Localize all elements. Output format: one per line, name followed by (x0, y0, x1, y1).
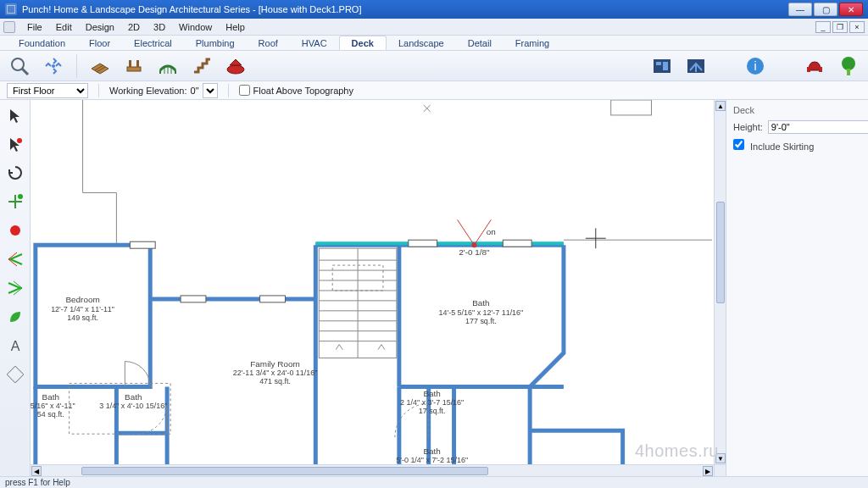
rotate-icon (7, 164, 24, 181)
select-tool[interactable] (3, 103, 27, 127)
window-close-button[interactable]: ✕ (839, 3, 863, 16)
working-elevation-dropdown[interactable] (203, 83, 218, 98)
svg-text:54 sq.ft.: 54 sq.ft. (37, 410, 64, 419)
dimension-left-tool[interactable] (3, 247, 27, 271)
window-minimize-button[interactable]: — (788, 3, 812, 16)
menu-2d[interactable]: 2D (121, 20, 147, 34)
scroll-left-button[interactable]: ◀ (31, 466, 42, 476)
options-bar: First Floor Working Elevation: 0" Float … (0, 81, 868, 100)
svg-text:471 sq.ft.: 471 sq.ft. (259, 377, 291, 385)
menu-window[interactable]: Window (172, 20, 219, 34)
select-add-tool[interactable] (3, 132, 27, 156)
menu-file[interactable]: File (20, 20, 49, 34)
menubar: File Edit Design 2D 3D Window Help _ ❐ × (0, 19, 868, 36)
tab-electrical[interactable]: Electrical (122, 36, 184, 50)
mdi-close-button[interactable]: × (849, 21, 865, 33)
svg-text:17 sq.ft.: 17 sq.ft. (419, 407, 446, 415)
vertical-scroll-thumb[interactable] (716, 202, 725, 303)
window-titlebar: Punch! Home & Landscape Design Architect… (0, 0, 868, 19)
svg-text:Bath: Bath (125, 392, 142, 402)
roof-deck-tool[interactable] (221, 53, 250, 79)
svg-point-13 (227, 65, 244, 74)
zoom-tool[interactable] (5, 53, 34, 79)
stairs-icon (191, 55, 213, 77)
scroll-right-button[interactable]: ▶ (703, 466, 713, 476)
float-topography-label: Float Above Topography (253, 86, 353, 96)
menu-edit[interactable]: Edit (49, 20, 79, 34)
tab-roof[interactable]: Roof (247, 36, 290, 50)
menu-design[interactable]: Design (79, 20, 121, 34)
green-arrows-right-icon (7, 280, 24, 297)
snap-guides-tool[interactable] (3, 190, 27, 214)
svg-rect-38 (181, 296, 206, 302)
deck-railing-tool[interactable] (153, 53, 182, 79)
svg-text:15/16" x 4'-11": 15/16" x 4'-11" (31, 402, 75, 410)
deck-stairs-tool[interactable] (187, 53, 216, 79)
horizontal-scroll-thumb[interactable] (81, 467, 488, 475)
deck-post-tool[interactable] (120, 53, 148, 79)
svg-rect-37 (130, 241, 155, 248)
armchair-icon (804, 55, 826, 77)
horizontal-scrollbar[interactable]: ◀ ▶ (31, 464, 714, 476)
iso-view-icon (685, 55, 707, 77)
main-toolbar: i (0, 51, 868, 81)
railing-icon (157, 55, 179, 77)
design-canvas[interactable]: on 2'-0 1/8" (31, 100, 714, 464)
skirting-label: Include Skirting (750, 141, 814, 152)
plant-bed-button[interactable] (800, 53, 829, 79)
info-button[interactable]: i (741, 53, 770, 79)
svg-rect-35 (409, 240, 437, 247)
tab-plumbing[interactable]: Plumbing (184, 36, 247, 50)
3d-view-toggle[interactable] (682, 53, 710, 79)
leaf-tool[interactable] (3, 305, 27, 329)
floorplan-svg: on 2'-0 1/8" (31, 100, 714, 464)
svg-text:177 sq.ft.: 177 sq.ft. (465, 317, 497, 325)
svg-rect-21 (819, 67, 822, 72)
float-topography-option[interactable]: Float Above Topography (239, 85, 353, 96)
tab-framing[interactable]: Framing (504, 36, 561, 50)
working-elevation-label: Working Elevation: (109, 86, 187, 96)
menu-help[interactable]: Help (219, 20, 252, 34)
svg-text:Bath: Bath (423, 389, 440, 398)
svg-text:3 1/4" x 4'-10 15/16": 3 1/4" x 4'-10 15/16" (99, 402, 167, 410)
height-input[interactable] (768, 120, 868, 134)
crosshair-green-icon (7, 193, 24, 210)
svg-text:Bath: Bath (423, 446, 440, 456)
window-maximize-button[interactable]: ▢ (814, 3, 837, 16)
rotate-tool[interactable] (3, 161, 27, 185)
vertical-scrollbar[interactable]: ▲ ▼ (714, 100, 726, 464)
tab-landscape[interactable]: Landscape (387, 36, 456, 50)
menu-3d[interactable]: 3D (147, 20, 172, 34)
float-topography-checkbox[interactable] (239, 85, 250, 96)
tab-foundation[interactable]: Foundation (7, 36, 77, 50)
measure-tool[interactable] (3, 363, 27, 386)
svg-text:on: on (487, 227, 496, 236)
skirting-option[interactable]: Include Skirting (733, 139, 814, 152)
svg-line-41 (458, 219, 475, 245)
skirting-checkbox[interactable] (733, 139, 744, 150)
tree-button[interactable] (834, 53, 863, 79)
record-tool[interactable] (3, 219, 27, 242)
mdi-restore-button[interactable]: ❐ (832, 21, 848, 33)
svg-text:2'-0 1/8": 2'-0 1/8" (459, 247, 490, 257)
green-arrows-left-icon (7, 251, 24, 268)
pan-tool[interactable] (39, 53, 68, 79)
2d-view-toggle[interactable] (648, 53, 676, 79)
tab-deck[interactable]: Deck (339, 36, 387, 50)
working-elevation-value: 0" (191, 86, 199, 96)
svg-rect-39 (260, 296, 286, 302)
scroll-down-button[interactable]: ▼ (715, 453, 726, 463)
dimension-right-tool[interactable] (3, 276, 27, 300)
text-tool[interactable]: A (3, 334, 27, 358)
scroll-up-button[interactable]: ▲ (715, 101, 726, 111)
plan-view-icon (651, 55, 673, 77)
floor-select[interactable]: First Floor (7, 83, 88, 98)
tab-floor[interactable]: Floor (77, 36, 122, 50)
deck-tool[interactable] (86, 53, 114, 79)
mdi-minimize-button[interactable]: _ (815, 21, 831, 33)
doc-icon (3, 21, 15, 33)
svg-rect-6 (129, 60, 131, 67)
svg-point-0 (12, 58, 24, 70)
tab-detail[interactable]: Detail (456, 36, 504, 50)
tab-hvac[interactable]: HVAC (290, 36, 339, 50)
